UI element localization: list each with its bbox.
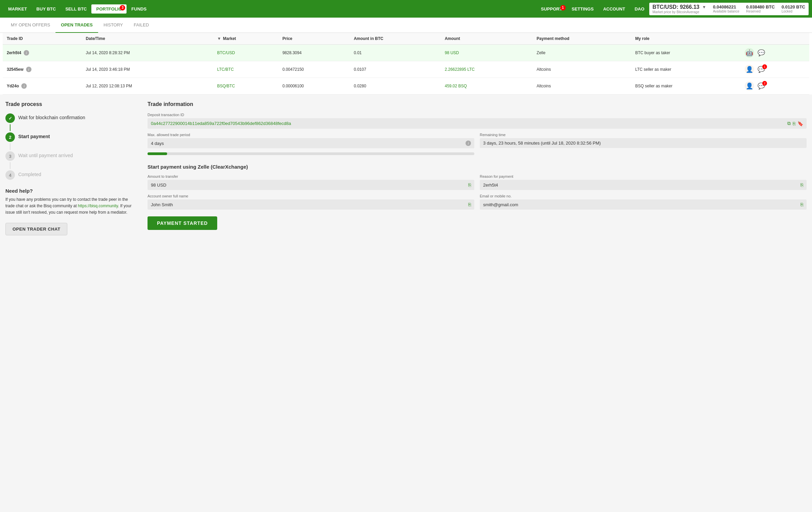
nav-item-sell-btc[interactable]: SELL BTC [61,4,91,14]
cell-amount: 98 USD [441,45,533,61]
nav-item-market[interactable]: MARKET [3,4,32,14]
open-trader-chat-button[interactable]: OPEN TRADER CHAT [5,223,67,235]
cell-datetime: Jul 12, 2020 12:08:13 PM [82,78,213,94]
cell-id: 32545ew i [3,61,82,78]
help-link[interactable]: https://bisq.community [78,204,118,208]
right-panel: Trade information Deposit transaction ID… [148,101,807,235]
amount-reason-row: Amount to transfer 98 USD ⎘ Reason for p… [148,174,807,194]
amount-value: 98 USD [151,183,466,188]
avatar: 👤 [745,81,754,91]
cell-amount-btc: 0.0107 [350,61,441,78]
account-col: Account owner full name John Smith ⎘ [148,194,474,214]
table-row[interactable]: Yd24o i Jul 12, 2020 12:08:13 PM BSQ/BTC… [3,78,809,94]
connector-2 [10,143,10,150]
cell-amount-btc: 0.0280 [350,78,441,94]
nav-item-buy-btc[interactable]: BUY BTC [32,4,61,14]
row-actions: 👤 💬 2 [745,81,805,91]
step-4: 4 Completed [5,170,137,180]
period-row: Max. allowed trade period 4 days i Remai… [148,133,807,159]
cell-role: LTC seller as maker [631,61,741,78]
remaining-label: Remaining time [480,133,807,137]
copy-icon-account[interactable]: ⎘ [468,202,471,207]
cell-actions: 👤 💬 2 [741,78,809,94]
amount-col: Amount to transfer 98 USD ⎘ [148,174,474,194]
cell-actions: 👤 💬 1 [741,61,809,78]
remaining-col: Remaining time 3 days, 23 hours, 58 minu… [480,133,807,159]
step-1-circle: ✓ [5,113,15,123]
info-icon[interactable]: i [26,67,31,72]
deposit-tx-value: 0a44c27722900014b11eda859a722f0ed70543b9… [151,121,785,126]
info-icon[interactable]: i [24,50,29,56]
max-period-value: 4 days [151,141,464,146]
portfolio-label: PORTFOLIO [96,6,122,12]
help-text: If you have any problems you can try to … [5,196,137,216]
reason-label: Reason for payment [480,174,807,178]
connector-3 [10,162,10,169]
account-name-field: John Smith ⎘ [148,199,474,210]
info-icon-period[interactable]: i [466,141,471,146]
chat-icon[interactable]: 💬 2 [758,82,765,90]
amount-label: Amount to transfer [148,174,474,178]
email-value: smith@gmail.com [483,202,798,207]
nav-item-funds[interactable]: FUNDS [127,4,151,14]
tab-failed[interactable]: FAILED [128,18,154,33]
trade-process-title: Trade process [5,101,137,107]
cell-payment: Altcoins [533,78,631,94]
nav-item-dao[interactable]: DAO [630,4,649,14]
table-row[interactable]: 2erh5t4 i Jul 14, 2020 8:28:32 PM BTC/US… [3,45,809,61]
check-icon: ✓ [8,116,12,121]
trade-id-value: 2erh5t4 [7,50,21,55]
nav-item-support[interactable]: Support 1 [536,4,567,14]
top-nav: MARKET BUY BTC SELL BTC PORTFOLIO 3 FUND… [0,0,812,18]
copy-icon-email[interactable]: ⎘ [800,202,803,207]
chat-icon[interactable]: 💬 [758,49,765,57]
step-2-label: Start payment [18,132,50,139]
copy-icon-amount[interactable]: ⎘ [468,182,471,188]
cell-amount: 2.26622895 LTC [441,61,533,78]
col-market[interactable]: ▼ Market [213,33,278,45]
avatar: 👤 [745,65,754,74]
nav-item-settings[interactable]: Settings [567,4,599,14]
external-link-icon[interactable]: ⧉ [787,121,791,126]
cell-role: BSQ seller as maker [631,78,741,94]
chat-badge: 1 [762,64,767,69]
nav-item-account[interactable]: Account [599,4,630,14]
max-period-field: 4 days i [148,138,474,148]
left-panel: Trade process ✓ Wait for blockchain conf… [5,101,148,235]
table-row[interactable]: 32545ew i Jul 14, 2020 3:46:18 PM LTC/BT… [3,61,809,78]
cell-amount: 459.02 BSQ [441,78,533,94]
col-datetime: Date/Time [82,33,213,45]
step-2: 2 Start payment [5,132,137,142]
locked-value: 0.0120 BTC [782,4,805,9]
account-email-row: Account owner full name John Smith ⎘ Ema… [148,194,807,214]
tab-open-offers[interactable]: MY OPEN OFFERS [5,18,55,33]
nav-item-portfolio[interactable]: PORTFOLIO 3 [91,4,127,14]
progress-bar [148,152,474,155]
email-field: smith@gmail.com ⎘ [480,199,807,210]
step-4-circle: 4 [5,170,15,180]
reserved-label: Reserved [746,9,775,13]
chat-icon[interactable]: 💬 1 [758,66,765,73]
deposit-tx-field: 0a44c27722900014b11eda859a722f0ed70543b9… [148,118,807,129]
btc-price: BTC/USD: 9266.13 [653,4,700,10]
progress-fill [148,152,167,155]
row-actions: 🤖 💬 [745,48,805,58]
reserved-value: 0.038480 BTC [746,4,775,9]
col-trade-id: Trade ID [3,33,82,45]
account-name-label: Account owner full name [148,194,474,198]
max-period-label: Max. allowed trade period [148,133,474,137]
info-icon[interactable]: i [21,83,27,89]
cell-id: 2erh5t4 i [3,45,82,61]
step-2-circle: 2 [5,132,15,142]
copy-icon-reason[interactable]: ⎘ [800,182,803,188]
help-section: Need help? If you have any problems you … [5,188,137,216]
cell-role: BTC buyer as taker [631,45,741,61]
tab-history[interactable]: HISTORY [98,18,128,33]
copy-icon-tx[interactable]: ⎘ [793,121,795,126]
bookmark-icon[interactable]: 🔖 [797,121,803,126]
reason-col: Reason for payment 2erh5t4 ⎘ [480,174,807,194]
price-dropdown-icon[interactable]: ▼ [702,5,706,9]
tab-open-trades[interactable]: OPEN TRADES [55,18,98,33]
reason-field: 2erh5t4 ⎘ [480,180,807,190]
payment-started-button[interactable]: PAYMENT STARTED [148,216,217,230]
